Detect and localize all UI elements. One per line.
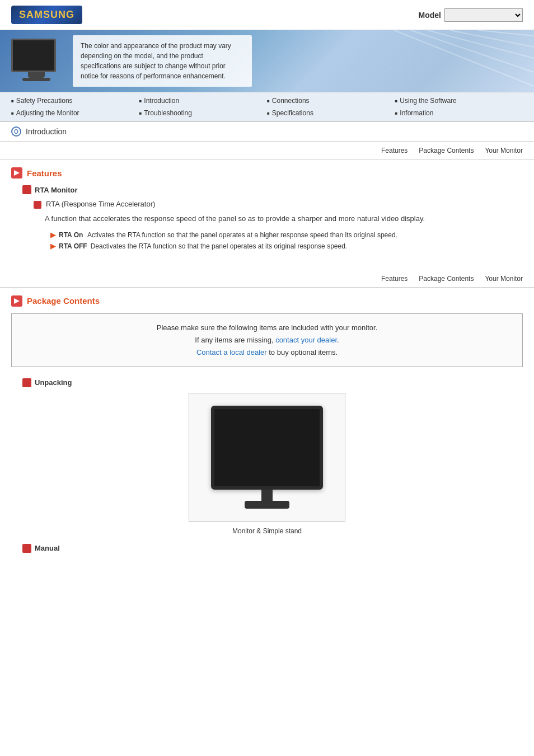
- package-contents-heading-icon: [11, 295, 22, 307]
- nav-adjusting-monitor[interactable]: Adjusting the Monitor: [11, 108, 139, 118]
- nav-specifications[interactable]: Specifications: [267, 108, 395, 118]
- rta-off-item: ▶ RTA OFF Deactivates the RTA function s…: [50, 242, 523, 250]
- svg-line-3: [450, 30, 534, 47]
- svg-line-0: [394, 30, 534, 86]
- banner: The color and appearance of the product …: [0, 30, 534, 92]
- unpacking-icon: [22, 378, 31, 387]
- package-local-dealer-link[interactable]: Contact a local dealer: [196, 348, 267, 356]
- unpacking-label: Unpacking: [35, 378, 72, 387]
- package-contents-section: Package Contents Please make sure the fo…: [0, 288, 534, 575]
- features-section: Features RTA Monitor RTA (Response Time …: [0, 159, 534, 270]
- monitor-product-base: [245, 501, 289, 509]
- package-notice-suffix: to buy optional items.: [269, 348, 338, 356]
- subnav2-your-monitor[interactable]: Your Monitor: [485, 275, 523, 283]
- package-notice-prefix: If any items are missing,: [195, 336, 273, 344]
- features-heading-icon: [11, 167, 22, 179]
- nav-introduction[interactable]: Introduction: [139, 96, 268, 106]
- subnav-features[interactable]: Features: [381, 147, 407, 154]
- rta-arrow-list: ▶ RTA On Activates the RTA function so t…: [50, 231, 523, 250]
- banner-notice-box: The color and appearance of the product …: [73, 35, 252, 87]
- rta-monitor-icon: [22, 185, 31, 194]
- subnav-your-monitor[interactable]: Your Monitor: [485, 147, 523, 154]
- samsung-logo: SAMSUNG: [11, 6, 82, 24]
- section-header: O Introduction: [0, 122, 534, 142]
- package-notice-line2: If any items are missing, contact your d…: [20, 334, 514, 346]
- sub-navigation-bottom: Features Package Contents Your Monitor: [0, 270, 534, 288]
- monitor-screen-graphic: [11, 39, 56, 72]
- rta-on-item: ▶ RTA On Activates the RTA function so t…: [50, 231, 523, 239]
- svg-marker-6: [14, 298, 20, 304]
- package-contact-dealer-link[interactable]: contact your dealer: [275, 336, 337, 344]
- rta-bullet-text: RTA (Response Time Accelerator): [46, 200, 155, 208]
- manual-heading: Manual: [22, 544, 523, 553]
- nav-connections[interactable]: Connections: [267, 96, 395, 106]
- model-label: Model: [419, 11, 441, 20]
- nav-information[interactable]: Information: [395, 108, 523, 118]
- subnav-package-contents[interactable]: Package Contents: [419, 147, 474, 154]
- unpacking-heading: Unpacking: [22, 378, 523, 387]
- manual-icon: [22, 544, 31, 553]
- monitor-caption: Monitor & Simple stand: [11, 527, 523, 535]
- package-notice-box: Please make sure the following items are…: [11, 313, 523, 367]
- monitor-base-graphic: [22, 78, 50, 81]
- svg-line-4: [478, 30, 534, 36]
- logo-area: SAMSUNG: [11, 6, 82, 24]
- banner-monitor-image: [11, 39, 62, 83]
- banner-notice-text: The color and appearance of the product …: [81, 42, 231, 80]
- monitor-stand-graphic: [28, 72, 45, 78]
- rta-monitor-heading: RTA Monitor: [22, 185, 523, 194]
- rta-description: A function that accelerates the response…: [45, 213, 523, 224]
- svg-line-1: [411, 30, 534, 72]
- model-select[interactable]: [444, 8, 523, 22]
- package-notice-line3: Contact a local dealer to buy optional i…: [20, 346, 514, 359]
- package-contents-heading: Package Contents: [11, 295, 523, 307]
- rta-off-arrow: ▶: [50, 242, 55, 250]
- monitor-product-neck: [261, 490, 273, 501]
- nav-troubleshooting[interactable]: Troubleshooting: [139, 108, 268, 118]
- package-contents-heading-text: Package Contents: [27, 296, 100, 306]
- subnav2-features[interactable]: Features: [381, 275, 407, 283]
- rta-off-text: Deactivates the RTA function so that the…: [91, 242, 348, 250]
- sub-navigation-top: Features Package Contents Your Monitor: [0, 142, 534, 159]
- features-heading-text: Features: [27, 168, 62, 178]
- subnav2-package-contents[interactable]: Package Contents: [419, 275, 474, 283]
- page-header: SAMSUNG Model: [0, 0, 534, 30]
- nav-safety-precautions[interactable]: Safety Precautions: [11, 96, 139, 106]
- rta-bullet-item: RTA (Response Time Accelerator): [34, 200, 523, 209]
- rta-off-label: RTA OFF: [59, 242, 87, 250]
- nav-using-software[interactable]: Using the Software: [395, 96, 523, 106]
- section-header-title: Introduction: [26, 127, 67, 136]
- monitor-image-box: [189, 393, 345, 522]
- rta-on-arrow: ▶: [50, 231, 55, 239]
- model-area: Model: [419, 8, 523, 22]
- manual-label: Manual: [35, 544, 60, 552]
- features-heading: Features: [11, 167, 523, 179]
- section-header-icon: O: [11, 126, 21, 137]
- rta-bullet-icon: [34, 201, 41, 209]
- svg-marker-5: [14, 170, 20, 176]
- rta-on-label: RTA On: [59, 231, 84, 239]
- rta-monitor-label: RTA Monitor: [35, 186, 78, 194]
- monitor-product-image: [211, 406, 323, 509]
- monitor-product-screen: [211, 406, 323, 490]
- navigation-bar: Safety Precautions Introduction Connecti…: [0, 92, 534, 122]
- package-notice-line1: Please make sure the following items are…: [20, 322, 514, 334]
- banner-decoration: [366, 30, 534, 92]
- rta-on-text: Activates the RTA function so that the p…: [87, 231, 397, 239]
